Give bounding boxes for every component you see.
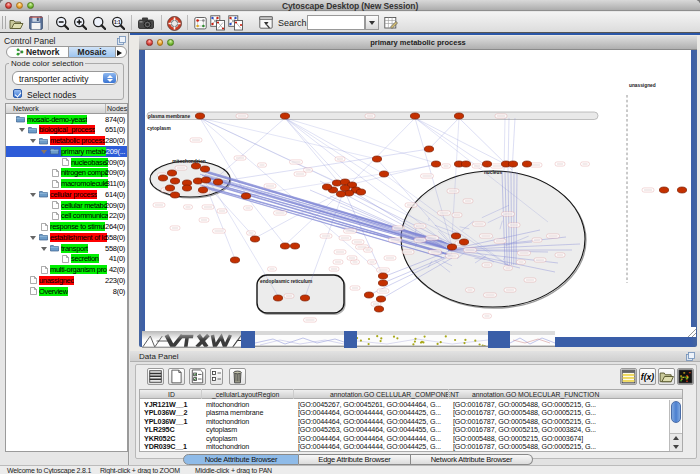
svg-text:mitochondrion: mitochondrion: [172, 159, 206, 164]
svg-text:cytoplasm: cytoplasm: [147, 126, 171, 131]
svg-text:unassigned: unassigned: [629, 83, 656, 88]
svg-text:endoplasmic reticulum: endoplasmic reticulum: [260, 279, 312, 284]
svg-text:plasma membrane: plasma membrane: [148, 113, 190, 118]
svg-text:1:1: 1:1: [114, 20, 121, 25]
svg-text:f(x): f(x): [641, 372, 655, 382]
